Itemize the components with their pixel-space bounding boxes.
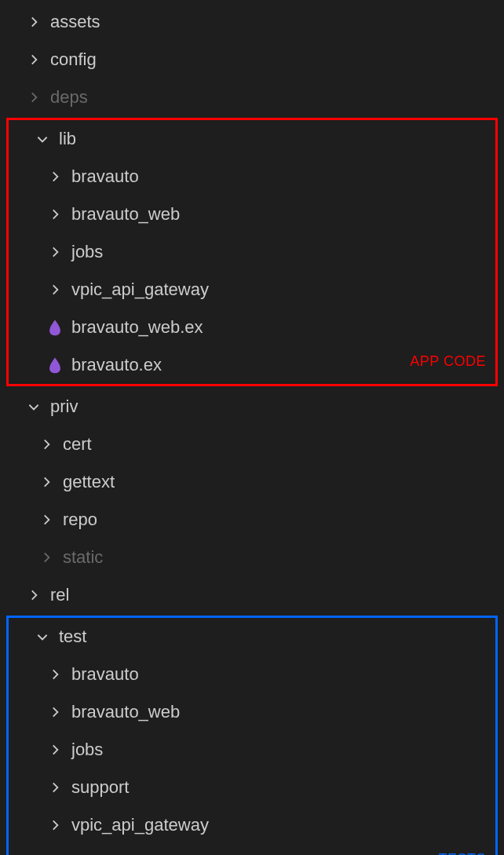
annotation-label-tests: TESTS bbox=[438, 851, 486, 855]
chevron-right-icon bbox=[46, 281, 64, 298]
annotation-box-tests: test bravauto bravauto_web jobs support bbox=[6, 616, 498, 855]
folder-label: deps bbox=[50, 79, 88, 116]
elixir-file-icon bbox=[46, 319, 64, 336]
chevron-right-icon bbox=[38, 511, 55, 528]
chevron-right-icon bbox=[46, 666, 64, 683]
annotation-box-app-code: lib bravauto bravauto_web jobs vpic_api_ bbox=[6, 118, 498, 386]
folder-label: bravauto_web bbox=[71, 693, 180, 731]
folder-label: jobs bbox=[71, 731, 103, 769]
folder-label: jobs bbox=[71, 233, 103, 271]
file-bravauto-web-ex[interactable]: bravauto_web.ex bbox=[9, 309, 495, 346]
folder-lib[interactable]: lib bbox=[9, 120, 495, 158]
chevron-right-icon bbox=[25, 51, 42, 68]
folder-lib-vpic-api-gateway[interactable]: vpic_api_gateway bbox=[9, 271, 495, 309]
folder-label: test bbox=[59, 618, 86, 656]
chevron-right-icon bbox=[38, 549, 55, 566]
folder-lib-jobs[interactable]: jobs bbox=[9, 233, 495, 271]
folder-label: config bbox=[50, 41, 97, 79]
folder-rel[interactable]: rel bbox=[0, 576, 504, 614]
folder-test[interactable]: test bbox=[9, 618, 495, 656]
file-label: bravauto_web.ex bbox=[71, 309, 203, 346]
folder-label: bravauto bbox=[71, 158, 139, 195]
folder-label: gettext bbox=[63, 463, 115, 501]
folder-label: repo bbox=[63, 501, 97, 539]
folder-assets[interactable]: assets bbox=[0, 3, 504, 41]
folder-priv-cert[interactable]: cert bbox=[0, 426, 504, 463]
file-label: test_helper.exs bbox=[71, 844, 188, 855]
file-test-helper-exs[interactable]: test_helper.exs bbox=[9, 844, 495, 855]
folder-test-bravauto-web[interactable]: bravauto_web bbox=[9, 693, 495, 731]
chevron-right-icon bbox=[38, 473, 55, 491]
annotation-label-app-code: APP CODE bbox=[410, 353, 486, 370]
chevron-down-icon bbox=[34, 628, 51, 645]
folder-label: bravauto_web bbox=[71, 195, 180, 233]
folder-label: vpic_api_gateway bbox=[71, 806, 209, 844]
folder-test-bravauto[interactable]: bravauto bbox=[9, 656, 495, 693]
folder-label: assets bbox=[50, 3, 100, 41]
chevron-right-icon bbox=[46, 703, 64, 721]
folder-priv-static[interactable]: static bbox=[0, 539, 504, 576]
folder-label: rel bbox=[50, 576, 69, 614]
folder-deps[interactable]: deps bbox=[0, 79, 504, 116]
folder-test-vpic-api-gateway[interactable]: vpic_api_gateway bbox=[9, 806, 495, 844]
folder-label: vpic_api_gateway bbox=[71, 271, 209, 309]
chevron-right-icon bbox=[25, 89, 42, 106]
folder-config[interactable]: config bbox=[0, 41, 504, 79]
chevron-right-icon bbox=[46, 817, 64, 834]
chevron-right-icon bbox=[38, 436, 55, 453]
folder-label: lib bbox=[59, 120, 76, 158]
file-label: bravauto.ex bbox=[71, 346, 162, 384]
folder-test-support[interactable]: support bbox=[9, 769, 495, 806]
folder-lib-bravauto[interactable]: bravauto bbox=[9, 158, 495, 195]
chevron-right-icon bbox=[25, 13, 42, 31]
chevron-right-icon bbox=[46, 206, 64, 223]
folder-priv-repo[interactable]: repo bbox=[0, 501, 504, 539]
chevron-right-icon bbox=[46, 168, 64, 185]
chevron-right-icon bbox=[46, 779, 64, 796]
chevron-right-icon bbox=[46, 741, 64, 758]
folder-label: support bbox=[71, 769, 129, 806]
chevron-right-icon bbox=[25, 586, 42, 604]
chevron-down-icon bbox=[25, 398, 42, 415]
folder-label: cert bbox=[63, 426, 92, 463]
elixir-file-icon bbox=[46, 356, 64, 374]
file-explorer-tree: assets config deps lib bravauto bbox=[0, 3, 504, 855]
folder-label: static bbox=[63, 539, 103, 576]
folder-priv-gettext[interactable]: gettext bbox=[0, 463, 504, 501]
chevron-right-icon bbox=[46, 243, 64, 261]
folder-priv[interactable]: priv bbox=[0, 388, 504, 426]
folder-label: bravauto bbox=[71, 656, 139, 693]
folder-label: priv bbox=[50, 388, 78, 426]
folder-test-jobs[interactable]: jobs bbox=[9, 731, 495, 769]
chevron-down-icon bbox=[34, 130, 51, 148]
folder-lib-bravauto-web[interactable]: bravauto_web bbox=[9, 195, 495, 233]
